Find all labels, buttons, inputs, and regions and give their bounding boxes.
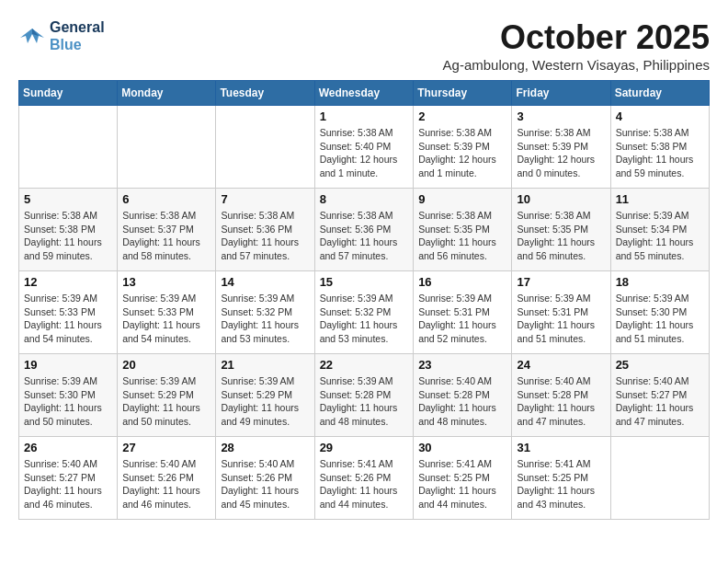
week-row-3: 12Sunrise: 5:39 AMSunset: 5:33 PMDayligh… [19, 271, 710, 354]
day-info: Sunrise: 5:39 AMSunset: 5:30 PMDaylight:… [616, 292, 704, 346]
day-info: Sunrise: 5:39 AMSunset: 5:29 PMDaylight:… [122, 374, 210, 429]
day-number: 19 [24, 358, 112, 372]
month-title: October 2025 [443, 18, 710, 57]
day-number: 7 [221, 192, 309, 206]
day-info: Sunrise: 5:41 AMSunset: 5:25 PMDaylight:… [517, 457, 605, 511]
week-row-1: 1Sunrise: 5:38 AMSunset: 5:40 PMDaylight… [19, 106, 710, 189]
calendar-cell: 21Sunrise: 5:39 AMSunset: 5:29 PMDayligh… [216, 354, 314, 437]
day-info: Sunrise: 5:38 AMSunset: 5:38 PMDaylight:… [616, 126, 704, 180]
day-info: Sunrise: 5:40 AMSunset: 5:27 PMDaylight:… [616, 374, 704, 429]
day-number: 1 [320, 109, 409, 123]
calendar-cell: 30Sunrise: 5:41 AMSunset: 5:25 PMDayligh… [414, 437, 512, 520]
day-number: 22 [320, 358, 409, 372]
day-info: Sunrise: 5:38 AMSunset: 5:36 PMDaylight:… [320, 209, 409, 263]
day-info: Sunrise: 5:39 AMSunset: 5:34 PMDaylight:… [616, 209, 704, 263]
weekday-header-tuesday: Tuesday [216, 81, 314, 106]
calendar-cell: 12Sunrise: 5:39 AMSunset: 5:33 PMDayligh… [19, 271, 118, 354]
logo-text-line2: Blue [50, 36, 105, 53]
day-number: 14 [221, 275, 309, 289]
calendar-cell: 31Sunrise: 5:41 AMSunset: 5:25 PMDayligh… [512, 437, 610, 520]
calendar-cell [610, 437, 709, 520]
calendar-cell: 19Sunrise: 5:39 AMSunset: 5:30 PMDayligh… [19, 354, 118, 437]
calendar-cell [216, 106, 314, 189]
day-info: Sunrise: 5:39 AMSunset: 5:32 PMDaylight:… [221, 292, 309, 346]
calendar-cell: 28Sunrise: 5:40 AMSunset: 5:26 PMDayligh… [216, 437, 314, 520]
day-info: Sunrise: 5:38 AMSunset: 5:36 PMDaylight:… [221, 209, 309, 263]
calendar-cell: 14Sunrise: 5:39 AMSunset: 5:32 PMDayligh… [216, 271, 314, 354]
day-info: Sunrise: 5:40 AMSunset: 5:26 PMDaylight:… [122, 457, 210, 511]
day-info: Sunrise: 5:39 AMSunset: 5:33 PMDaylight:… [24, 292, 112, 346]
calendar-cell: 24Sunrise: 5:40 AMSunset: 5:28 PMDayligh… [512, 354, 610, 437]
week-row-5: 26Sunrise: 5:40 AMSunset: 5:27 PMDayligh… [19, 437, 710, 520]
calendar-cell: 11Sunrise: 5:39 AMSunset: 5:34 PMDayligh… [610, 189, 709, 271]
calendar-cell: 25Sunrise: 5:40 AMSunset: 5:27 PMDayligh… [610, 354, 709, 437]
day-info: Sunrise: 5:38 AMSunset: 5:35 PMDaylight:… [517, 209, 605, 263]
calendar-cell: 6Sunrise: 5:38 AMSunset: 5:37 PMDaylight… [118, 189, 216, 271]
day-number: 13 [122, 275, 210, 289]
calendar-cell: 7Sunrise: 5:38 AMSunset: 5:36 PMDaylight… [216, 189, 314, 271]
day-info: Sunrise: 5:38 AMSunset: 5:37 PMDaylight:… [122, 209, 210, 263]
day-info: Sunrise: 5:39 AMSunset: 5:30 PMDaylight:… [24, 374, 112, 429]
logo-icon [18, 25, 46, 47]
calendar-cell: 23Sunrise: 5:40 AMSunset: 5:28 PMDayligh… [414, 354, 512, 437]
page-header: General Blue October 2025 Ag-ambulong, W… [18, 18, 710, 73]
day-info: Sunrise: 5:38 AMSunset: 5:39 PMDaylight:… [517, 126, 605, 180]
day-number: 25 [616, 358, 704, 372]
weekday-header-friday: Friday [512, 81, 610, 106]
logo: General Blue [18, 18, 105, 53]
day-number: 6 [122, 192, 210, 206]
day-number: 30 [418, 441, 506, 454]
day-number: 23 [418, 358, 506, 372]
day-number: 4 [616, 109, 704, 123]
weekday-header-wednesday: Wednesday [314, 81, 414, 106]
weekday-header-sunday: Sunday [19, 81, 118, 106]
calendar-cell: 8Sunrise: 5:38 AMSunset: 5:36 PMDaylight… [314, 189, 414, 271]
day-number: 9 [418, 192, 506, 206]
day-info: Sunrise: 5:39 AMSunset: 5:28 PMDaylight:… [320, 374, 409, 429]
day-number: 12 [24, 275, 112, 289]
day-number: 10 [517, 192, 605, 206]
logo-text-line1: General [50, 18, 105, 36]
calendar-cell: 29Sunrise: 5:41 AMSunset: 5:26 PMDayligh… [314, 437, 414, 520]
calendar-cell: 26Sunrise: 5:40 AMSunset: 5:27 PMDayligh… [19, 437, 118, 520]
day-info: Sunrise: 5:40 AMSunset: 5:27 PMDaylight:… [24, 457, 112, 511]
day-number: 29 [320, 441, 409, 454]
calendar-header: SundayMondayTuesdayWednesdayThursdayFrid… [19, 81, 710, 106]
day-number: 11 [616, 192, 704, 206]
location-subtitle: Ag-ambulong, Western Visayas, Philippine… [443, 57, 710, 73]
day-number: 26 [24, 441, 112, 454]
title-block: October 2025 Ag-ambulong, Western Visaya… [443, 18, 710, 73]
weekday-header-monday: Monday [118, 81, 216, 106]
day-number: 8 [320, 192, 409, 206]
calendar-cell [19, 106, 118, 189]
day-info: Sunrise: 5:39 AMSunset: 5:31 PMDaylight:… [517, 292, 605, 346]
day-number: 16 [418, 275, 506, 289]
day-number: 31 [517, 441, 605, 454]
calendar-cell: 4Sunrise: 5:38 AMSunset: 5:38 PMDaylight… [610, 106, 709, 189]
day-info: Sunrise: 5:41 AMSunset: 5:25 PMDaylight:… [418, 457, 506, 511]
day-number: 15 [320, 275, 409, 289]
day-number: 27 [122, 441, 210, 454]
day-number: 21 [221, 358, 309, 372]
day-info: Sunrise: 5:38 AMSunset: 5:38 PMDaylight:… [24, 209, 112, 263]
day-info: Sunrise: 5:39 AMSunset: 5:33 PMDaylight:… [122, 292, 210, 346]
calendar-cell: 13Sunrise: 5:39 AMSunset: 5:33 PMDayligh… [118, 271, 216, 354]
day-number: 3 [517, 109, 605, 123]
calendar-cell: 10Sunrise: 5:38 AMSunset: 5:35 PMDayligh… [512, 189, 610, 271]
day-number: 28 [221, 441, 309, 454]
day-info: Sunrise: 5:39 AMSunset: 5:32 PMDaylight:… [320, 292, 409, 346]
calendar-body: 1Sunrise: 5:38 AMSunset: 5:40 PMDaylight… [19, 106, 710, 520]
day-info: Sunrise: 5:39 AMSunset: 5:29 PMDaylight:… [221, 374, 309, 429]
calendar-cell: 1Sunrise: 5:38 AMSunset: 5:40 PMDaylight… [314, 106, 414, 189]
calendar-cell: 18Sunrise: 5:39 AMSunset: 5:30 PMDayligh… [610, 271, 709, 354]
calendar-cell: 22Sunrise: 5:39 AMSunset: 5:28 PMDayligh… [314, 354, 414, 437]
calendar-cell: 27Sunrise: 5:40 AMSunset: 5:26 PMDayligh… [118, 437, 216, 520]
week-row-4: 19Sunrise: 5:39 AMSunset: 5:30 PMDayligh… [19, 354, 710, 437]
week-row-2: 5Sunrise: 5:38 AMSunset: 5:38 PMDaylight… [19, 189, 710, 271]
day-number: 24 [517, 358, 605, 372]
calendar-cell: 20Sunrise: 5:39 AMSunset: 5:29 PMDayligh… [118, 354, 216, 437]
day-info: Sunrise: 5:38 AMSunset: 5:40 PMDaylight:… [320, 126, 409, 180]
day-number: 17 [517, 275, 605, 289]
calendar-cell: 9Sunrise: 5:38 AMSunset: 5:35 PMDaylight… [414, 189, 512, 271]
calendar-cell: 16Sunrise: 5:39 AMSunset: 5:31 PMDayligh… [414, 271, 512, 354]
